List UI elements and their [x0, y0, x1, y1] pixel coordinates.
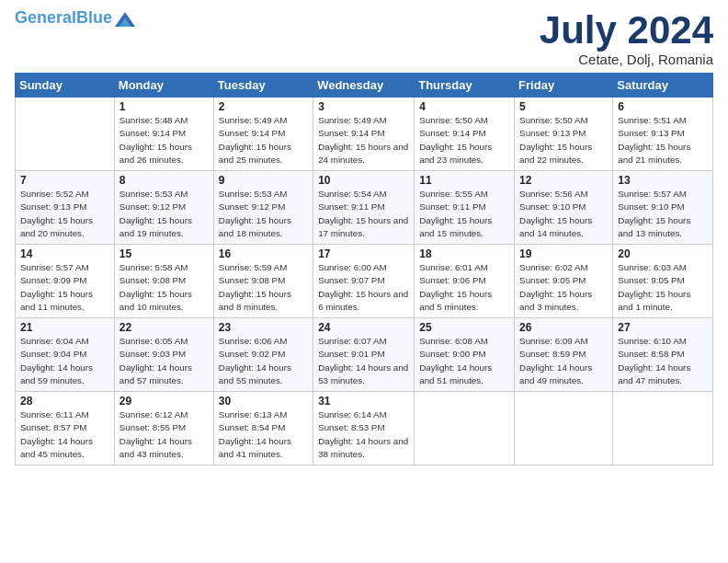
daylight-text: Daylight: 15 hours and 8 minutes. [219, 289, 291, 312]
daylight-text: Daylight: 14 hours and 55 minutes. [219, 362, 291, 385]
daylight-text: Daylight: 14 hours and 47 minutes. [618, 362, 690, 385]
table-row: 2 Sunrise: 5:49 AM Sunset: 9:14 PM Dayli… [213, 98, 313, 171]
cell-date: 6 [618, 100, 708, 113]
cell-date: 14 [20, 247, 109, 260]
cell-info: Sunrise: 6:12 AM Sunset: 8:55 PM Dayligh… [119, 408, 209, 461]
cell-date: 29 [119, 395, 209, 408]
sunset-text: Sunset: 9:08 PM [219, 275, 285, 285]
table-row: 10 Sunrise: 5:54 AM Sunset: 9:11 PM Dayl… [313, 171, 415, 245]
sunset-text: Sunset: 9:14 PM [219, 128, 285, 138]
sunset-text: Sunset: 8:53 PM [318, 422, 384, 432]
col-sunday: Sunday [16, 74, 115, 98]
sunset-text: Sunset: 9:10 PM [618, 201, 684, 212]
daylight-text: Daylight: 14 hours and 51 minutes. [419, 362, 492, 385]
cell-date: 8 [119, 174, 209, 187]
cell-info: Sunrise: 5:56 AM Sunset: 9:10 PM Dayligh… [519, 188, 608, 240]
sunrise-text: Sunrise: 5:52 AM [20, 189, 89, 199]
sunrise-text: Sunrise: 6:02 AM [519, 262, 588, 272]
cell-info: Sunrise: 6:11 AM Sunset: 8:57 PM Dayligh… [20, 408, 109, 461]
cell-info: Sunrise: 6:13 AM Sunset: 8:54 PM Dayligh… [219, 408, 308, 461]
sunrise-text: Sunrise: 5:51 AM [618, 115, 687, 125]
sunset-text: Sunset: 9:13 PM [519, 128, 586, 138]
table-row: 5 Sunrise: 5:50 AM Sunset: 9:13 PM Dayli… [515, 98, 613, 171]
cell-info: Sunrise: 5:54 AM Sunset: 9:11 PM Dayligh… [318, 188, 409, 240]
daylight-text: Daylight: 15 hours and 1 minute. [618, 289, 690, 312]
cell-date: 24 [318, 321, 409, 334]
sunrise-text: Sunrise: 6:00 AM [318, 262, 387, 272]
sunset-text: Sunset: 9:14 PM [419, 128, 485, 138]
cell-date: 31 [318, 395, 409, 408]
sunset-text: Sunset: 9:09 PM [20, 275, 86, 285]
daylight-text: Daylight: 15 hours and 19 minutes. [119, 215, 192, 238]
cell-date: 19 [519, 247, 608, 260]
cell-date: 10 [318, 174, 409, 187]
sunrise-text: Sunrise: 5:50 AM [519, 115, 588, 125]
table-row: 6 Sunrise: 5:51 AM Sunset: 9:13 PM Dayli… [613, 98, 713, 171]
cell-date: 20 [618, 247, 708, 260]
daylight-text: Daylight: 14 hours and 59 minutes. [20, 362, 93, 385]
cell-date: 22 [119, 321, 209, 334]
daylight-text: Daylight: 15 hours and 3 minutes. [519, 289, 592, 312]
table-row: 28 Sunrise: 6:11 AM Sunset: 8:57 PM Dayl… [16, 392, 115, 465]
table-row: 18 Sunrise: 6:01 AM Sunset: 9:06 PM Dayl… [415, 245, 515, 318]
cell-info: Sunrise: 5:51 AM Sunset: 9:13 PM Dayligh… [618, 114, 708, 167]
sunrise-text: Sunrise: 6:12 AM [119, 409, 188, 419]
table-row: 24 Sunrise: 6:07 AM Sunset: 9:01 PM Dayl… [313, 318, 415, 392]
cell-info: Sunrise: 5:48 AM Sunset: 9:14 PM Dayligh… [119, 114, 209, 167]
table-row: 13 Sunrise: 5:57 AM Sunset: 9:10 PM Dayl… [613, 171, 713, 245]
cell-info: Sunrise: 6:14 AM Sunset: 8:53 PM Dayligh… [318, 408, 409, 461]
logo: GeneralBlue [15, 9, 135, 28]
calendar-week-row: 28 Sunrise: 6:11 AM Sunset: 8:57 PM Dayl… [16, 392, 713, 465]
sunrise-text: Sunrise: 6:05 AM [119, 336, 188, 346]
daylight-text: Daylight: 15 hours and 5 minutes. [419, 289, 492, 312]
table-row: 1 Sunrise: 5:48 AM Sunset: 9:14 PM Dayli… [114, 98, 213, 171]
cell-date: 27 [618, 321, 708, 334]
daylight-text: Daylight: 15 hours and 10 minutes. [119, 289, 192, 312]
cell-date: 17 [318, 247, 409, 260]
daylight-text: Daylight: 15 hours and 25 minutes. [219, 142, 291, 165]
daylight-text: Daylight: 15 hours and 13 minutes. [618, 215, 690, 238]
cell-info: Sunrise: 5:58 AM Sunset: 9:08 PM Dayligh… [119, 261, 209, 314]
cell-date: 16 [219, 247, 308, 260]
logo-text: GeneralBlue [15, 9, 112, 28]
cell-info: Sunrise: 6:05 AM Sunset: 9:03 PM Dayligh… [119, 335, 209, 387]
table-row: 12 Sunrise: 5:56 AM Sunset: 9:10 PM Dayl… [515, 171, 613, 245]
cell-info: Sunrise: 6:09 AM Sunset: 8:59 PM Dayligh… [519, 335, 608, 387]
table-row: 27 Sunrise: 6:10 AM Sunset: 8:58 PM Dayl… [613, 318, 713, 392]
sunset-text: Sunset: 9:07 PM [318, 275, 384, 285]
cell-date: 5 [519, 100, 608, 113]
cell-info: Sunrise: 5:49 AM Sunset: 9:14 PM Dayligh… [318, 114, 409, 167]
table-row: 9 Sunrise: 5:53 AM Sunset: 9:12 PM Dayli… [213, 171, 313, 245]
table-row: 19 Sunrise: 6:02 AM Sunset: 9:05 PM Dayl… [515, 245, 613, 318]
cell-date: 23 [219, 321, 308, 334]
sunset-text: Sunset: 9:11 PM [318, 201, 384, 212]
sunrise-text: Sunrise: 6:11 AM [20, 409, 89, 419]
cell-info: Sunrise: 5:53 AM Sunset: 9:12 PM Dayligh… [119, 188, 209, 240]
sunset-text: Sunset: 9:14 PM [119, 128, 186, 138]
daylight-text: Daylight: 14 hours and 38 minutes. [318, 436, 408, 459]
daylight-text: Daylight: 14 hours and 45 minutes. [20, 436, 93, 459]
daylight-text: Daylight: 15 hours and 17 minutes. [318, 215, 408, 238]
cell-info: Sunrise: 5:59 AM Sunset: 9:08 PM Dayligh… [219, 261, 308, 314]
cell-date: 1 [119, 100, 209, 113]
cell-info: Sunrise: 6:00 AM Sunset: 9:07 PM Dayligh… [318, 261, 409, 314]
sunrise-text: Sunrise: 6:13 AM [219, 409, 288, 419]
col-wednesday: Wednesday [313, 74, 415, 98]
col-monday: Monday [114, 74, 213, 98]
daylight-text: Daylight: 14 hours and 43 minutes. [119, 436, 192, 459]
sunrise-text: Sunrise: 5:53 AM [119, 189, 188, 199]
calendar-header-row: Sunday Monday Tuesday Wednesday Thursday… [16, 74, 713, 98]
cell-info: Sunrise: 6:01 AM Sunset: 9:06 PM Dayligh… [419, 261, 509, 314]
header: GeneralBlue July 2024 Cetate, Dolj, Roma… [15, 9, 713, 67]
cell-date: 9 [219, 174, 308, 187]
table-row: 20 Sunrise: 6:03 AM Sunset: 9:05 PM Dayl… [613, 245, 713, 318]
sunset-text: Sunset: 9:00 PM [419, 349, 485, 359]
table-row: 7 Sunrise: 5:52 AM Sunset: 9:13 PM Dayli… [16, 171, 115, 245]
daylight-text: Daylight: 15 hours and 15 minutes. [419, 215, 492, 238]
sunrise-text: Sunrise: 6:03 AM [618, 262, 687, 272]
sunrise-text: Sunrise: 5:49 AM [318, 115, 387, 125]
sunset-text: Sunset: 9:01 PM [318, 349, 384, 359]
cell-date: 7 [20, 174, 109, 187]
calendar-week-row: 14 Sunrise: 5:57 AM Sunset: 9:09 PM Dayl… [16, 245, 713, 318]
sunset-text: Sunset: 9:05 PM [618, 275, 684, 285]
